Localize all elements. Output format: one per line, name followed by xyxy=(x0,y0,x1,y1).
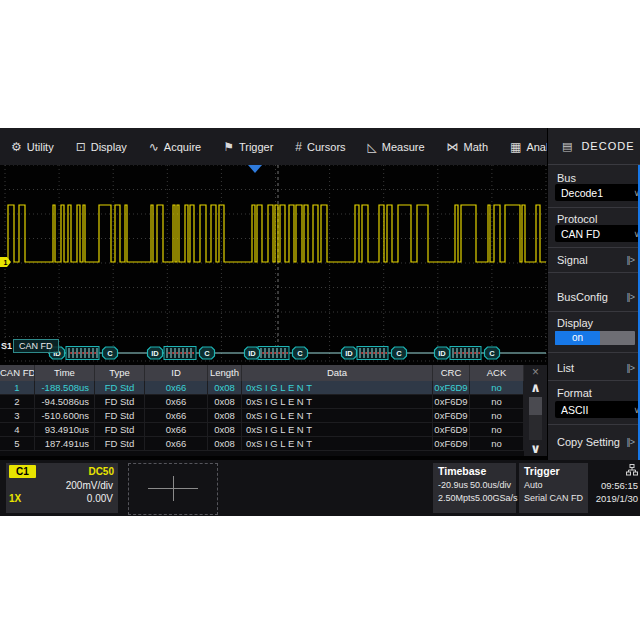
column-header-type: Type xyxy=(95,365,145,381)
cell-time: -94.5086us xyxy=(35,395,95,409)
submenu-arrow-icon: ∥> xyxy=(626,437,634,447)
cell-ack: no xyxy=(470,381,524,395)
menu-item-label: Trigger xyxy=(239,141,273,153)
decode-panel-header: ▤ DECODE xyxy=(548,128,640,165)
submenu-arrow-icon: ∥> xyxy=(626,363,634,373)
bus-select[interactable]: Decode1 ∨ xyxy=(555,184,640,201)
cell-crc: 0xF6D9 xyxy=(433,395,470,409)
table-row[interactable]: 2-94.5086usFD Std0x660x080xS I G L E N T… xyxy=(0,395,524,409)
submenu-arrow-icon: ∥> xyxy=(626,292,634,302)
acquire-icon: ∿ xyxy=(149,140,159,154)
divider xyxy=(548,207,640,208)
protocol-select[interactable]: CAN FD ∨ xyxy=(555,225,640,242)
menu-item-label: Math xyxy=(464,141,488,153)
decode-panel-title: DECODE xyxy=(581,140,634,152)
math-icon: ⋈ xyxy=(447,140,459,154)
analysis-icon: ▦ xyxy=(510,140,521,154)
add-channel-button[interactable] xyxy=(128,463,218,515)
copy-setting-menu-item[interactable]: Copy Setting ∥> xyxy=(557,436,634,448)
menu-item-measure[interactable]: ◺Measure xyxy=(357,128,436,165)
bus-select-value: Decode1 xyxy=(561,187,603,199)
column-header-id: ID xyxy=(145,365,208,381)
menu-bar: ⚙Utility⊡Display∿Acquire⚑Trigger#Cursors… xyxy=(0,128,640,165)
cell-time: -188.508us xyxy=(35,381,95,395)
cell-data: 0xS I G L E N T xyxy=(242,395,433,409)
channel1-marker-label: 1 xyxy=(4,259,8,266)
channel1-badge[interactable]: C1 xyxy=(9,465,36,478)
cell-data: 0xS I G L E N T xyxy=(242,437,433,451)
format-select-value: ASCII xyxy=(561,404,588,416)
table-header-row: CAN FDTimeTypeIDLengthDataCRCACK xyxy=(0,365,524,381)
table-scrollbar: × ∧ ∨ xyxy=(524,365,547,456)
menu-item-label: Acquire xyxy=(164,141,201,153)
cell-id: 0x66 xyxy=(145,395,208,409)
decode-bus-name[interactable]: CAN FD xyxy=(13,339,59,353)
waveform-display: 1IDCIDCIDCIDCIDC S1 CAN FD CAN FDTimeTyp… xyxy=(0,165,547,460)
decode-id-badge-label: ID xyxy=(151,349,159,358)
list-menu-item[interactable]: List ∥> xyxy=(557,362,634,374)
display-toggle[interactable]: on xyxy=(555,331,635,345)
divider xyxy=(548,380,640,381)
cell-length: 0x08 xyxy=(208,395,242,409)
network-icon[interactable] xyxy=(592,463,638,478)
signal-menu-item[interactable]: Signal ∥> xyxy=(557,254,634,266)
trigger-type: Serial xyxy=(524,493,547,503)
cell-ack: no xyxy=(470,437,524,451)
scroll-up-icon[interactable]: ∧ xyxy=(530,381,541,395)
decode-crc-badge-label: C xyxy=(489,349,495,358)
decode-id-badge-label: ID xyxy=(248,349,256,358)
menu-item-display[interactable]: ⊡Display xyxy=(65,128,138,165)
plus-icon xyxy=(173,476,174,501)
table-row[interactable]: 493.4910usFD Std0x660x080xS I G L E N T0… xyxy=(0,423,524,437)
table-body: 1-188.508usFD Std0x660x080xS I G L E N T… xyxy=(0,381,524,451)
trigger-delay-marker[interactable] xyxy=(248,165,262,173)
cell-ack: no xyxy=(470,395,524,409)
channel1-probe: 1X xyxy=(9,493,21,504)
busconfig-menu-item[interactable]: BusConfig ∥> xyxy=(557,291,634,303)
format-select[interactable]: ASCII ∨ xyxy=(555,401,640,418)
channel1-panel[interactable]: C1 DC50 200mV/div 1X 0.00V xyxy=(6,463,118,513)
menu-item-math[interactable]: ⋈Math xyxy=(436,128,499,165)
menu-item-label: Measure xyxy=(382,141,425,153)
menu-item-utility[interactable]: ⚙Utility xyxy=(0,128,65,165)
timebase-panel[interactable]: Timebase -20.9us 50.0us/div 2.50Mpts 5.0… xyxy=(433,463,516,513)
menu-item-label: Cursors xyxy=(307,141,346,153)
column-header-ack: ACK xyxy=(470,365,524,381)
table-row[interactable]: 5187.491usFD Std0x660x080xS I G L E N T0… xyxy=(0,437,524,451)
display-label: Display xyxy=(557,317,593,329)
table-row[interactable]: 3-510.600nsFD Std0x660x080xS I G L E N T… xyxy=(0,409,524,423)
close-icon[interactable]: × xyxy=(532,365,539,381)
menu-item-cursors[interactable]: #Cursors xyxy=(284,128,356,165)
scrollbar-thumb[interactable] xyxy=(529,397,542,415)
decode-id-badge-label: ID xyxy=(438,349,446,358)
table-row[interactable]: 1-188.508usFD Std0x660x080xS I G L E N T… xyxy=(0,381,524,395)
cell-length: 0x08 xyxy=(208,409,242,423)
cell-time: 187.491us xyxy=(35,437,95,451)
trigger-title: Trigger xyxy=(524,465,583,477)
signal-label: Signal xyxy=(557,254,588,266)
oscilloscope-screen: ⚙Utility⊡Display∿Acquire⚑Trigger#Cursors… xyxy=(0,128,640,516)
menu-item-label: Utility xyxy=(27,141,54,153)
copy-setting-label: Copy Setting xyxy=(557,436,620,448)
scroll-down-icon[interactable]: ∨ xyxy=(530,442,541,456)
busconfig-label: BusConfig xyxy=(557,291,608,303)
cell-id: 0x66 xyxy=(145,381,208,395)
decode-id-badge-label: ID xyxy=(345,349,353,358)
menu-item-trigger[interactable]: ⚑Trigger xyxy=(212,128,284,165)
current-date: 2019/1/30 xyxy=(592,493,638,504)
channel1-coupling: DC50 xyxy=(88,466,114,477)
decode-crc-badge-label: C xyxy=(297,349,303,358)
scrollbar-track[interactable] xyxy=(529,397,542,440)
display-toggle-on: on xyxy=(555,331,600,345)
gear-icon: ⚙ xyxy=(11,140,22,154)
cell-can-fd: 3 xyxy=(0,409,35,423)
submenu-arrow-icon: ∥> xyxy=(626,255,634,265)
menu-items: ⚙Utility⊡Display∿Acquire⚑Trigger#Cursors… xyxy=(0,128,578,165)
trigger-panel[interactable]: Trigger Auto Serial CAN FD xyxy=(519,463,588,513)
channel1-offset: 0.00V xyxy=(87,493,113,504)
decode-bus-source: S1 xyxy=(1,341,12,351)
cell-data: 0xS I G L E N T xyxy=(242,381,433,395)
menu-item-acquire[interactable]: ∿Acquire xyxy=(138,128,212,165)
decode-list-table: CAN FDTimeTypeIDLengthDataCRCACK 1-188.5… xyxy=(0,365,547,456)
decode-crc-badge-label: C xyxy=(396,349,402,358)
